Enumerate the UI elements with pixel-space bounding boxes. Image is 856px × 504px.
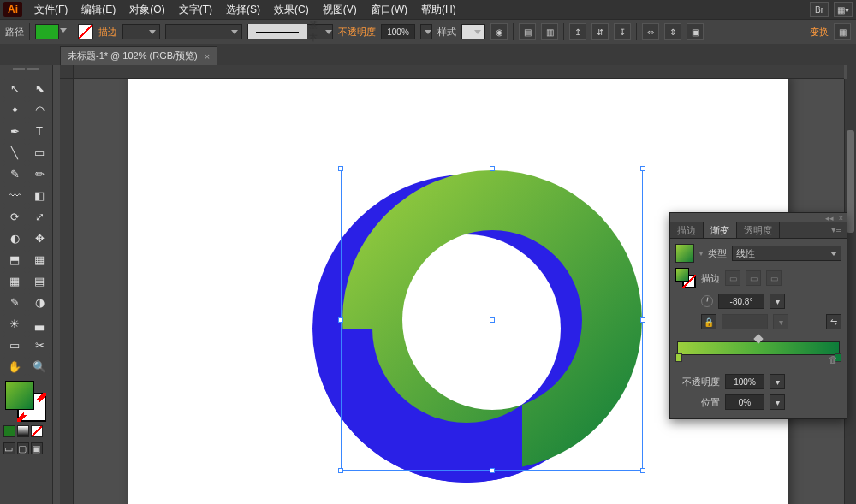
bridge-button[interactable]: Br: [810, 2, 829, 17]
graphic-style-dropdown[interactable]: [461, 24, 485, 39]
opacity-label[interactable]: 不透明度: [338, 26, 376, 39]
reverse-gradient-icon[interactable]: ⇋: [826, 314, 841, 329]
rectangle-tool[interactable]: ▭: [28, 143, 51, 162]
scale-tool[interactable]: ⤢: [28, 207, 51, 226]
gradient-tool[interactable]: ▤: [28, 271, 51, 290]
symbol-sprayer-tool[interactable]: ☀: [3, 314, 26, 333]
fill-color-box[interactable]: [5, 381, 34, 410]
stop-opacity-field[interactable]: 100%: [725, 374, 764, 389]
scrollbar-thumb[interactable]: [847, 130, 854, 233]
screen-mode-full[interactable]: ▢: [17, 442, 29, 454]
column-graph-tool[interactable]: ▃: [28, 314, 51, 333]
stop-opacity-stepper[interactable]: ▾: [770, 374, 785, 389]
align-left-button[interactable]: ▤: [519, 23, 536, 40]
panel-menu-icon[interactable]: ▾≡: [826, 222, 847, 238]
document-tab[interactable]: 未标题-1* @ 102% (RGB/预览) ×: [60, 46, 217, 65]
distribute-v-button[interactable]: ⇕: [664, 23, 681, 40]
panel-close-icon[interactable]: ×: [839, 214, 843, 221]
brush-def-dropdown[interactable]: 基本: [247, 24, 333, 39]
menu-window[interactable]: 窗口(W): [364, 0, 414, 20]
stroke-label[interactable]: 描边: [98, 26, 117, 39]
pencil-tool[interactable]: ✏: [28, 164, 51, 183]
gradient-angle-field[interactable]: -80.8°: [718, 294, 764, 309]
menu-view[interactable]: 视图(V): [316, 0, 364, 20]
handle-br[interactable]: [640, 468, 645, 473]
stop-position-stepper[interactable]: ▾: [770, 394, 785, 410]
color-mode-gradient[interactable]: [17, 425, 29, 437]
eraser-tool[interactable]: ◧: [28, 186, 51, 205]
close-tab-icon[interactable]: ×: [205, 51, 210, 62]
selection-tool[interactable]: ↖: [3, 79, 26, 98]
shape-builder-tool[interactable]: ⬒: [3, 250, 26, 269]
angle-stepper[interactable]: ▾: [770, 294, 785, 309]
panel-tab-gradient[interactable]: 渐变: [704, 222, 737, 238]
handle-center[interactable]: [490, 317, 495, 323]
handle-bc[interactable]: [490, 468, 495, 473]
horizontal-ruler[interactable]: [74, 65, 844, 79]
handle-tl[interactable]: [338, 166, 343, 171]
handle-tr[interactable]: [640, 166, 645, 171]
recolor-art-button[interactable]: ◉: [490, 23, 508, 40]
stroke-swatch-none[interactable]: [78, 24, 93, 39]
paintbrush-tool[interactable]: ✎: [3, 164, 26, 183]
right-dock-collapse[interactable]: [847, 65, 856, 82]
align-bottom-button[interactable]: ↧: [614, 23, 631, 40]
var-width-profile-dropdown[interactable]: [165, 24, 242, 39]
color-mode-none[interactable]: [31, 425, 43, 437]
stop-position-field[interactable]: 0%: [725, 394, 764, 410]
handle-mr[interactable]: [640, 317, 645, 323]
handle-tc[interactable]: [490, 166, 495, 171]
delete-stop-icon[interactable]: 🗑: [829, 354, 841, 366]
menu-select[interactable]: 选择(S): [219, 0, 267, 20]
align-top-button[interactable]: ↥: [569, 23, 586, 40]
blend-tool[interactable]: ◑: [28, 293, 51, 311]
fill-swatch[interactable]: [35, 24, 59, 39]
rotate-tool[interactable]: ⟳: [3, 207, 26, 226]
gradient-type-dropdown[interactable]: 线性: [732, 246, 841, 261]
menu-object[interactable]: 对象(O): [122, 0, 171, 20]
arrange-docs-button[interactable]: ▦▾: [834, 2, 853, 17]
vertical-ruler[interactable]: [60, 79, 74, 504]
zoom-tool[interactable]: 🔍: [28, 357, 51, 376]
eyedropper-tool[interactable]: ✎: [3, 293, 26, 311]
stroke-weight-dropdown[interactable]: [122, 24, 160, 39]
gradient-stop-start[interactable]: [675, 353, 682, 362]
align-center-v-button[interactable]: ⇵: [591, 23, 609, 40]
gradient-fillstroke-toggle[interactable]: [675, 268, 696, 288]
selection-bounding-box[interactable]: [341, 169, 643, 471]
magic-wand-tool[interactable]: ✦: [3, 100, 26, 119]
line-tool[interactable]: ╲: [3, 143, 26, 162]
mesh-tool[interactable]: ▦: [3, 271, 26, 290]
transform-panel-button[interactable]: ▦: [834, 23, 851, 40]
blob-brush-tool[interactable]: 〰: [3, 186, 26, 205]
color-mode-solid[interactable]: [3, 425, 15, 437]
slice-tool[interactable]: ✂: [28, 335, 51, 354]
menu-effect[interactable]: 效果(C): [267, 0, 316, 20]
pen-tool[interactable]: ✒: [3, 122, 26, 140]
transform-link[interactable]: 变换: [810, 26, 829, 39]
menu-help[interactable]: 帮助(H): [414, 0, 463, 20]
isolate-button[interactable]: ▣: [687, 23, 704, 40]
handle-ml[interactable]: [338, 317, 343, 323]
menu-edit[interactable]: 编辑(E): [74, 0, 122, 20]
menu-file[interactable]: 文件(F): [27, 0, 74, 20]
gradient-midpoint[interactable]: [753, 334, 763, 343]
free-transform-tool[interactable]: ✥: [28, 228, 51, 247]
width-tool[interactable]: ◐: [3, 228, 26, 247]
fill-stroke-control[interactable]: [3, 381, 48, 422]
panel-header[interactable]: ◂◂ ×: [670, 213, 847, 222]
perspective-grid-tool[interactable]: ▦: [28, 250, 51, 269]
screen-mode-present[interactable]: ▣: [31, 442, 43, 454]
menu-type[interactable]: 文字(T): [172, 0, 219, 20]
align-center-h-button[interactable]: ▥: [541, 23, 558, 40]
opacity-dropdown[interactable]: [420, 24, 432, 39]
type-tool[interactable]: T: [28, 122, 51, 140]
screen-mode-normal[interactable]: ▭: [3, 442, 15, 454]
artboard-tool[interactable]: ▭: [3, 335, 26, 354]
panel-tab-stroke[interactable]: 描边: [670, 222, 704, 238]
toolbox-grip[interactable]: [3, 68, 49, 75]
panel-collapse-icon[interactable]: ◂◂: [825, 214, 834, 221]
direct-selection-tool[interactable]: ⬉: [28, 79, 51, 98]
hand-tool[interactable]: ✋: [3, 357, 26, 376]
handle-bl[interactable]: [338, 468, 343, 473]
